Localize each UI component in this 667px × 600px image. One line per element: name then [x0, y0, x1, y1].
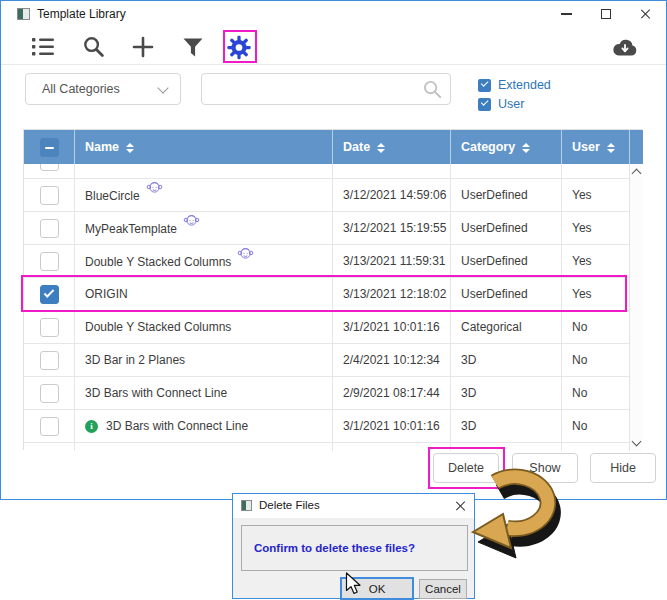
ok-button[interactable]: OK — [341, 578, 413, 599]
row-checkbox[interactable] — [40, 219, 59, 238]
minimize-button[interactable] — [546, 1, 586, 27]
cell-name — [74, 164, 332, 178]
category-dropdown[interactable]: All Categories — [25, 73, 181, 105]
table-header: Name Date Category User — [24, 130, 643, 164]
cell-category: UserDefined — [450, 278, 561, 310]
cell-date: 3/1/2021 10:01:16 — [332, 410, 450, 442]
cell-name: 3D Bars with Connect Line — [74, 377, 332, 409]
list-view-icon — [32, 36, 55, 58]
cell-category: 3D — [450, 410, 561, 442]
dialog-close-button[interactable] — [454, 499, 468, 513]
cell-name: MyPeakTemplate — [74, 212, 332, 244]
table-row-partial-bottom — [24, 443, 629, 451]
check-icon — [44, 287, 55, 298]
table-row[interactable]: 3D Bar in 2 Planes 2/4/2021 10:12:34 3D … — [24, 344, 629, 377]
hide-button[interactable]: Hide — [590, 453, 656, 483]
titlebar: Template Library — [1, 1, 666, 27]
extended-checkbox[interactable] — [478, 79, 491, 92]
cell-checkbox — [24, 410, 74, 442]
select-all-checkbox[interactable] — [40, 138, 59, 157]
row-checkbox[interactable] — [40, 164, 59, 171]
extended-label: Extended — [498, 78, 551, 92]
dialog-message-panel: Confirm to delete these files? — [241, 525, 468, 571]
cell-user — [561, 443, 629, 451]
cell-checkbox — [24, 212, 74, 244]
table-row[interactable]: 3D Bars with Connect Line 2/9/2021 08:17… — [24, 377, 629, 410]
cell-checkbox — [24, 311, 74, 343]
check-icon — [480, 79, 487, 86]
download-templates-button[interactable] — [612, 34, 638, 60]
user-checkbox[interactable] — [478, 98, 491, 111]
cell-date: 3/13/2021 11:59:31 — [332, 245, 450, 277]
search-button[interactable] — [81, 34, 107, 60]
cell-user: Yes — [561, 212, 629, 244]
table-row[interactable]: MyPeakTemplate 3/12/2021 15:19:55 UserDe… — [24, 212, 629, 245]
cell-name: Double Y Stacked Columns — [74, 311, 332, 343]
header-date-label: Date — [343, 140, 370, 154]
show-button[interactable]: Show — [512, 453, 578, 483]
template-table: Name Date Category User BlueCi — [23, 129, 642, 450]
cell-user: Yes — [561, 179, 629, 211]
header-date[interactable]: Date — [332, 130, 450, 164]
row-checkbox-checked[interactable] — [40, 285, 59, 304]
row-checkbox[interactable] — [40, 186, 59, 205]
user-label: User — [498, 97, 524, 111]
row-checkbox[interactable] — [40, 417, 59, 436]
list-view-button[interactable] — [30, 34, 56, 60]
user-template-icon — [237, 245, 254, 260]
category-dropdown-value: All Categories — [42, 82, 120, 96]
row-checkbox[interactable] — [40, 318, 59, 337]
close-icon — [640, 8, 652, 20]
indeterminate-icon — [45, 147, 54, 149]
screen: Template Library — [0, 0, 667, 600]
cell-name — [74, 443, 332, 451]
add-icon — [132, 36, 154, 58]
header-user[interactable]: User — [561, 130, 629, 164]
row-checkbox[interactable] — [40, 252, 59, 271]
header-name[interactable]: Name — [74, 130, 332, 164]
cell-checkbox — [24, 443, 74, 451]
maximize-button[interactable] — [586, 1, 626, 27]
scroll-up-icon[interactable] — [632, 169, 642, 179]
row-checkbox[interactable] — [40, 351, 59, 370]
cancel-button[interactable]: Cancel — [419, 579, 467, 599]
user-template-icon — [183, 212, 200, 227]
table-row-partial-top — [24, 164, 629, 179]
cell-user: Yes — [561, 245, 629, 277]
scroll-down-icon[interactable] — [632, 437, 642, 447]
table-body: BlueCircle 3/12/2021 14:59:06 UserDefine… — [24, 164, 629, 451]
add-button[interactable] — [130, 34, 156, 60]
cell-date: 3/12/2021 14:59:06 — [332, 179, 450, 211]
template-name: MyPeakTemplate — [85, 222, 177, 236]
search-icon — [83, 36, 105, 58]
search-field-container — [201, 73, 451, 105]
settings-highlight-annotation — [223, 30, 257, 63]
cell-checkbox — [24, 164, 74, 178]
select-all-cell — [24, 130, 74, 164]
filter-button[interactable] — [180, 34, 206, 60]
cell-date: 2/9/2021 08:17:44 — [332, 377, 450, 409]
table-row[interactable]: BlueCircle 3/12/2021 14:59:06 UserDefine… — [24, 179, 629, 212]
search-field-icon — [423, 80, 442, 99]
maximize-icon — [601, 9, 611, 19]
cell-user: No — [561, 344, 629, 376]
search-input[interactable] — [210, 76, 420, 102]
cell-category: 3D — [450, 377, 561, 409]
table-row-origin[interactable]: ORIGIN 3/13/2021 12:18:02 UserDefined Ye… — [24, 278, 629, 311]
sort-icon — [522, 143, 530, 153]
cell-category — [450, 164, 561, 178]
sort-icon — [607, 143, 615, 153]
table-row[interactable]: i3D Bars with Connect Line 3/1/2021 10:0… — [24, 410, 629, 443]
cell-user: No — [561, 377, 629, 409]
toolbar — [1, 27, 666, 65]
row-checkbox[interactable] — [40, 384, 59, 403]
table-row[interactable]: Double Y Stacked Columns 3/13/2021 11:59… — [24, 245, 629, 278]
table-row[interactable]: Double Y Stacked Columns 3/1/2021 10:01:… — [24, 311, 629, 344]
header-user-label: User — [572, 140, 600, 154]
vertical-scrollbar[interactable] — [629, 164, 642, 451]
minimize-icon — [561, 13, 572, 15]
window-controls — [546, 1, 666, 27]
info-icon: i — [85, 420, 98, 433]
close-button[interactable] — [626, 1, 666, 27]
header-category[interactable]: Category — [450, 130, 561, 164]
